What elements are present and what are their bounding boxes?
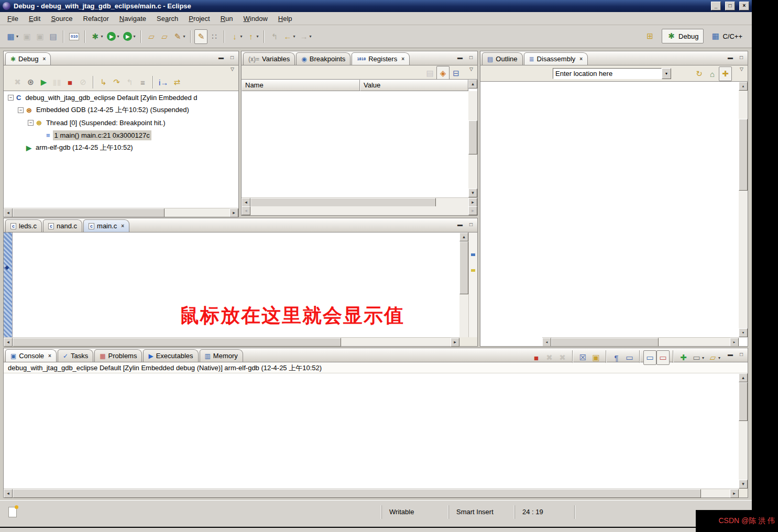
- show-console-on-output-button[interactable]: ▭: [623, 350, 636, 365]
- external-tools-dropdown-icon[interactable]: ▾: [133, 34, 135, 39]
- disassembly-vscrollbar[interactable]: ▴ ▾: [739, 82, 748, 337]
- scroll-left-icon[interactable]: ◂: [542, 338, 551, 346]
- refresh-button[interactable]: ↻: [693, 66, 706, 81]
- scroll-right-icon[interactable]: ▸: [468, 206, 477, 215]
- layout-button[interactable]: ◈: [436, 66, 450, 81]
- minimize-view-icon[interactable]: ▬: [726, 350, 735, 359]
- show-console-on-stdout-button[interactable]: ▭: [643, 350, 656, 365]
- minimize-view-icon[interactable]: ▬: [216, 53, 226, 62]
- previous-annotation-dropdown-icon[interactable]: ▾: [256, 34, 258, 39]
- overview-ruler[interactable]: [468, 232, 477, 337]
- tab-close-icon[interactable]: ×: [401, 56, 404, 62]
- menu-navigate[interactable]: Navigate: [114, 13, 151, 24]
- tab-close-icon[interactable]: ×: [121, 223, 124, 229]
- editor-vscrollbar[interactable]: ▴: [459, 232, 468, 337]
- maximize-view-icon[interactable]: □: [466, 220, 476, 229]
- reconnect-button[interactable]: ⊛: [24, 75, 37, 90]
- menu-search[interactable]: Search: [151, 13, 183, 24]
- forward-dropdown-icon[interactable]: ▾: [309, 34, 311, 39]
- scroll-right-icon[interactable]: ▸: [229, 208, 238, 217]
- terminate-button[interactable]: ■: [530, 350, 543, 365]
- use-step-filters-button[interactable]: ⇄: [170, 75, 183, 90]
- tab-leds-c[interactable]: cleds.c: [5, 219, 42, 232]
- tab-problems[interactable]: ▦Problems: [94, 349, 142, 362]
- show-annotations-button[interactable]: ∷: [207, 29, 221, 44]
- close-window-button[interactable]: ×: [739, 2, 749, 10]
- minimize-view-icon[interactable]: ▬: [726, 53, 735, 62]
- tree-expander-icon[interactable]: −: [28, 120, 34, 126]
- tree-expander-icon[interactable]: −: [18, 107, 24, 113]
- next-annotation-dropdown-icon[interactable]: ▾: [240, 34, 242, 39]
- step-over-button[interactable]: ↷: [110, 75, 123, 90]
- menu-window[interactable]: Window: [238, 13, 273, 24]
- tab-disassembly[interactable]: ≣Disassembly×: [524, 52, 588, 65]
- show-console-on-stderr-button[interactable]: ▭: [656, 350, 670, 365]
- drop-to-frame-button[interactable]: ≡: [136, 75, 149, 90]
- view-menu-icon[interactable]: ▽: [469, 66, 473, 72]
- menu-project[interactable]: Project: [183, 13, 215, 24]
- column-header-value[interactable]: Value: [360, 80, 468, 91]
- perspective-cpp-button[interactable]: ▦ C/C++: [706, 29, 748, 43]
- disassembly-hscrollbar[interactable]: ◂ ▸: [542, 337, 739, 346]
- scroll-up-icon[interactable]: ▴: [739, 82, 748, 91]
- scroll-right-icon[interactable]: ▸: [468, 198, 477, 207]
- forward-button[interactable]: →▾: [297, 29, 313, 44]
- editor-hscrollbar[interactable]: ◂ ▸: [4, 337, 459, 346]
- scroll-down-icon[interactable]: ▾: [739, 328, 748, 337]
- tab-close-icon[interactable]: ×: [48, 353, 51, 359]
- print-button[interactable]: ▤: [47, 29, 60, 44]
- fast-view-icon[interactable]: [8, 507, 17, 517]
- debug-tree-item[interactable]: ≡1 main() main.c:21 0x3000127c: [4, 129, 238, 141]
- tab-outline[interactable]: ▤Outline: [482, 52, 523, 65]
- scroll-track[interactable]: [250, 198, 468, 206]
- clear-console-button[interactable]: ☒: [576, 350, 589, 365]
- menu-help[interactable]: Help: [273, 13, 298, 24]
- debug-tree-item[interactable]: −⊛Thread [0] (Suspended: Breakpoint hit.…: [4, 116, 238, 129]
- scroll-left-icon[interactable]: ◂: [242, 206, 250, 215]
- open-export-button[interactable]: ▱: [158, 29, 171, 44]
- external-tools-button[interactable]: ▶▾: [121, 29, 137, 44]
- minimize-view-icon[interactable]: ▬: [455, 220, 465, 229]
- open-console-button[interactable]: ▱▾: [706, 350, 722, 365]
- debug-button[interactable]: ✱▾: [89, 29, 105, 44]
- home-button[interactable]: ⌂: [706, 66, 719, 81]
- scroll-track[interactable]: [13, 489, 730, 497]
- scroll-track[interactable]: [739, 91, 748, 328]
- minimize-window-button[interactable]: _: [711, 2, 721, 10]
- scroll-lock-button[interactable]: ▣: [589, 350, 602, 365]
- new-wizard-button[interactable]: ▦▾: [4, 29, 20, 44]
- column-header-name[interactable]: Name: [242, 80, 360, 91]
- back-dropdown-icon[interactable]: ▾: [293, 34, 295, 39]
- registers-vscrollbar[interactable]: ▾: [468, 91, 477, 197]
- scroll-track[interactable]: [250, 206, 468, 215]
- tab-close-icon[interactable]: ×: [42, 56, 46, 62]
- scroll-left-icon[interactable]: ◂: [4, 208, 13, 217]
- binary-file-button[interactable]: 010: [67, 29, 81, 44]
- mark-occurrences-button[interactable]: ✎: [194, 29, 207, 44]
- maximize-view-icon[interactable]: □: [227, 53, 237, 62]
- scroll-right-icon[interactable]: ▸: [451, 338, 459, 347]
- scroll-left-icon[interactable]: ◂: [242, 198, 250, 207]
- scroll-track[interactable]: [468, 91, 477, 189]
- scroll-track[interactable]: [13, 338, 451, 346]
- tab-variables[interactable]: (x)=Variables: [243, 52, 295, 65]
- scroll-left-icon[interactable]: ◂: [4, 338, 13, 347]
- scroll-right-icon[interactable]: ▸: [730, 338, 739, 346]
- tab-close-icon[interactable]: ×: [579, 56, 583, 62]
- tab-console[interactable]: ▣Console×: [5, 349, 57, 362]
- console-hscrollbar[interactable]: ◂ ▸: [4, 489, 739, 497]
- debug-hscrollbar[interactable]: ◂ ▸: [4, 208, 238, 217]
- display-selected-console-button[interactable]: ▭▾: [690, 350, 706, 365]
- tab-debug[interactable]: ✱Debug×: [5, 52, 51, 65]
- display-selected-console-dropdown-icon[interactable]: ▾: [702, 356, 704, 360]
- search-button[interactable]: ✎▾: [171, 29, 187, 44]
- next-annotation-button[interactable]: ↓▾: [228, 29, 244, 44]
- location-input[interactable]: [553, 68, 662, 79]
- scroll-right-icon[interactable]: ▸: [730, 489, 739, 498]
- back-button[interactable]: ←▾: [281, 29, 297, 44]
- menu-file[interactable]: File: [2, 13, 24, 24]
- scroll-up-icon[interactable]: ▴: [459, 232, 468, 241]
- registers-hscrollbar-outer[interactable]: ◂ ▸: [242, 206, 477, 215]
- resume-button[interactable]: ▶: [37, 75, 50, 90]
- instruction-stepping-button[interactable]: i→: [157, 75, 170, 90]
